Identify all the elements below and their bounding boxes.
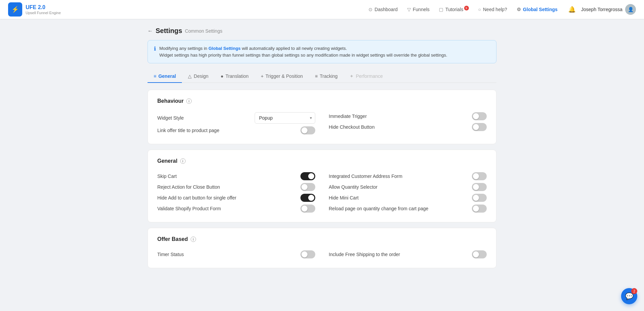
setting-label-general-left-1: Reject Action for Close Button [157, 184, 220, 190]
page-breadcrumb: Common Settings [185, 28, 222, 34]
brand-logo: ⚡ [8, 2, 22, 17]
toggle-behaviour-left-1[interactable] [300, 126, 315, 134]
toggle-general-right-1[interactable] [472, 183, 487, 191]
tab-label-general: General [158, 73, 176, 79]
setting-label-offer-based-right-0: Include Free Shipping to the order [329, 252, 400, 257]
tab-trigger-position[interactable]: + Trigger & Position [255, 70, 309, 83]
setting-row-behaviour-left-1: Link offer title to product page [157, 125, 315, 136]
settings-col-right-behaviour: Immediate TriggerHide Checkout Button [329, 111, 487, 136]
banner-text2: will automatically applied to all newly … [240, 46, 347, 51]
toggle-offer-based-left-0[interactable] [300, 250, 315, 258]
section-title-offer-based: Offer Based i [157, 236, 487, 242]
setting-label-behaviour-right-1: Hide Checkout Button [329, 124, 375, 130]
nav-label-funnels: Funnels [413, 7, 430, 12]
navbar-nav: ⊙ Dashboard ▽ Funnels ▢ Tutorials 9○ Nee… [368, 7, 557, 12]
settings-col-right-offer-based: Include Free Shipping to the order [329, 249, 487, 260]
toggle-general-left-1[interactable] [300, 183, 315, 191]
setting-row-general-right-3: Reload page on quantity change from cart… [329, 203, 487, 214]
setting-row-general-right-1: Allow Quantity Selector [329, 182, 487, 192]
toggle-general-left-3[interactable] [300, 205, 315, 213]
tab-icon-performance: ✦ [350, 73, 354, 79]
banner-text1: Modifying any settings in [159, 46, 208, 51]
info-icon: ℹ [154, 45, 156, 52]
navbar: ⚡ UFE 2.0 Upsell Funnel Engine ⊙ Dashboa… [0, 0, 644, 19]
nav-label-global-settings: Global Settings [523, 7, 558, 12]
settings-col-left-general: Skip CartReject Action for Close ButtonH… [157, 171, 315, 214]
setting-row-behaviour-right-1: Hide Checkout Button [329, 122, 487, 132]
toggle-general-left-0[interactable] [300, 172, 315, 180]
section-info-icon-behaviour[interactable]: i [186, 98, 192, 104]
bell-icon[interactable]: 🔔 [568, 6, 576, 13]
nav-item-dashboard[interactable]: ⊙ Dashboard [368, 7, 398, 12]
nav-item-tutorials[interactable]: ▢ Tutorials 9 [439, 7, 469, 12]
setting-label-behaviour-left-0: Widget Style [157, 115, 184, 121]
setting-label-general-left-2: Hide Add to cart button for single offer [157, 195, 236, 200]
select-wrapper-behaviour-left-0: PopupSlideInline▾ [255, 112, 315, 124]
toggle-behaviour-right-1[interactable] [472, 123, 487, 131]
back-button[interactable]: ← [148, 28, 153, 34]
section-title-text-offer-based: Offer Based [157, 236, 188, 242]
nav-item-need-help[interactable]: ○ Need help? [478, 7, 507, 12]
banner-text: Modifying any settings in Global Setting… [159, 45, 447, 58]
section-info-icon-general[interactable]: i [180, 158, 186, 164]
toggle-general-right-2[interactable] [472, 194, 487, 202]
tab-label-design: Design [194, 73, 208, 79]
tab-icon-translation: ● [221, 73, 223, 79]
setting-row-general-left-0: Skip Cart [157, 171, 315, 182]
nav-label-need-help: Need help? [483, 7, 507, 12]
tabs: ≡ General△ Design● Translation+ Trigger … [148, 70, 496, 83]
setting-label-general-right-3: Reload page on quantity change from cart… [329, 206, 428, 211]
setting-label-general-right-1: Allow Quantity Selector [329, 184, 378, 190]
select-behaviour-left-0[interactable]: PopupSlideInline [255, 112, 315, 124]
toggle-general-left-2[interactable] [300, 194, 315, 202]
section-title-text-general: General [157, 158, 178, 164]
nav-icon-tutorials: ▢ [439, 7, 443, 12]
toggle-offer-based-right-0[interactable] [472, 250, 487, 258]
section-title-text-behaviour: Behaviour [157, 98, 184, 104]
tab-label-tracking: Tracking [320, 73, 337, 79]
banner-text3: Widget settings has high priority than f… [159, 53, 447, 58]
settings-grid-offer-based: Timer StatusInclude Free Shipping to the… [157, 249, 487, 260]
setting-row-general-right-0: Integrated Customer Address Form [329, 171, 487, 182]
setting-label-offer-based-left-0: Timer Status [157, 252, 184, 257]
user-avatar-icon: 👤 [628, 7, 634, 12]
setting-label-general-left-0: Skip Cart [157, 174, 177, 179]
tab-translation[interactable]: ● Translation [215, 70, 255, 83]
user-avatar: 👤 [625, 4, 636, 15]
tab-design[interactable]: △ Design [182, 70, 215, 83]
brand-text: UFE 2.0 Upsell Funnel Engine [26, 4, 61, 14]
section-info-icon-offer-based[interactable]: i [191, 237, 196, 242]
setting-label-general-right-2: Hide Mini Cart [329, 195, 359, 200]
settings-grid-behaviour: Widget StylePopupSlideInline▾Link offer … [157, 111, 487, 136]
info-banner: ℹ Modifying any settings in Global Setti… [148, 40, 496, 63]
user-info[interactable]: Joseph Torregrossa 👤 [581, 4, 636, 15]
setting-label-general-left-3: Validate Shopify Product Form [157, 206, 221, 211]
nav-item-funnels[interactable]: ▽ Funnels [407, 7, 430, 12]
toggle-general-right-3[interactable] [472, 205, 487, 213]
tab-tracking[interactable]: ≡ Tracking [309, 70, 344, 83]
breadcrumb: ← Settings Common Settings [148, 27, 496, 35]
nav-item-global-settings[interactable]: ⚙ Global Settings [517, 7, 558, 12]
section-offer-based: Offer Based iTimer StatusInclude Free Sh… [148, 228, 496, 268]
nav-badge-tutorials: 9 [464, 6, 469, 10]
section-general: General iSkip CartReject Action for Clos… [148, 150, 496, 222]
setting-row-behaviour-left-0: Widget StylePopupSlideInline▾ [157, 111, 315, 125]
tab-label-trigger-position: Trigger & Position [265, 73, 303, 79]
setting-label-behaviour-right-0: Immediate Trigger [329, 114, 367, 119]
brand-logo-icon: ⚡ [11, 6, 19, 13]
settings-col-left-behaviour: Widget StylePopupSlideInline▾Link offer … [157, 111, 315, 136]
nav-label-tutorials: Tutorials [445, 7, 463, 12]
toggle-general-right-0[interactable] [472, 172, 487, 180]
setting-row-offer-based-left-0: Timer Status [157, 249, 315, 260]
brand-name: UFE 2.0 [26, 4, 61, 10]
tab-general[interactable]: ≡ General [148, 70, 182, 83]
setting-row-general-left-1: Reject Action for Close Button [157, 182, 315, 192]
settings-col-right-general: Integrated Customer Address FormAllow Qu… [329, 171, 487, 214]
tab-label-performance: Performance [356, 73, 383, 79]
navbar-right: 🔔 Joseph Torregrossa 👤 [568, 4, 636, 15]
toggle-behaviour-right-0[interactable] [472, 112, 487, 120]
brand: ⚡ UFE 2.0 Upsell Funnel Engine [8, 2, 61, 17]
nav-label-dashboard: Dashboard [375, 7, 398, 12]
section-title-general: General i [157, 158, 487, 164]
page-content: ← Settings Common Settings ℹ Modifying a… [137, 19, 507, 282]
